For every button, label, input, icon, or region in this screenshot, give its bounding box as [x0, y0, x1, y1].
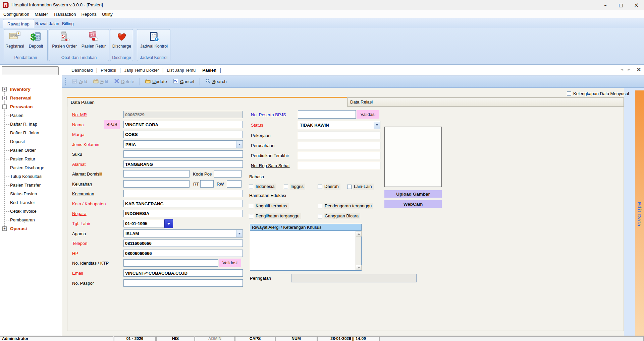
- sidebar-item-pasien[interactable]: Pasien: [10, 113, 23, 118]
- suku-input[interactable]: [123, 150, 243, 158]
- maximize-button[interactable]: □: [613, 0, 629, 10]
- bahasa-daerah-checkbox-item[interactable]: Daerah: [318, 184, 340, 190]
- scroll-down-icon[interactable]: [356, 265, 362, 270]
- no-paspor-input[interactable]: [123, 279, 243, 287]
- no-peserta-bpjs-input[interactable]: [298, 110, 356, 119]
- sidebar-item-pasien-retur[interactable]: Pasien Retur: [10, 156, 35, 161]
- tgl-lahir-input[interactable]: [123, 220, 164, 227]
- menu-configuration[interactable]: Configuration: [1, 12, 32, 17]
- sidebar-item-daftar-r-jalan[interactable]: Daftar R. Jalan: [10, 130, 39, 135]
- perawatan-expander[interactable]: -: [2, 105, 7, 109]
- tab-data-pasien[interactable]: Data Pasien: [67, 97, 347, 107]
- kognitif-terbatas-checkbox-item[interactable]: Kognitif terbatas: [249, 203, 289, 209]
- bpjs-validasi-button[interactable]: Validasi: [357, 110, 379, 119]
- bahasa-indonesia-checkbox[interactable]: [249, 185, 253, 189]
- tab-prediksi[interactable]: Prediksi: [97, 68, 119, 73]
- no-reg-satu-sehat-input[interactable]: [298, 162, 380, 169]
- bahasa-lain-lain-checkbox-item[interactable]: Lain-Lain: [347, 184, 374, 190]
- ribbon-tab-billing[interactable]: Billing: [58, 19, 78, 28]
- status-dropdown-icon[interactable]: [374, 122, 380, 129]
- kode-pos-input[interactable]: [214, 170, 241, 178]
- sidebar-item-inventory[interactable]: Inventory: [10, 87, 31, 92]
- pendengaran-terganggu-checkbox-item[interactable]: Pendengaran terganggu: [318, 203, 373, 209]
- sidebar-item-bed-transfer[interactable]: Bed Transfer: [10, 200, 35, 205]
- update-button[interactable]: Update: [142, 78, 170, 85]
- inventory-expander[interactable]: +: [2, 87, 7, 91]
- sidebar-item-deposit[interactable]: Deposit: [10, 139, 25, 144]
- negara-input[interactable]: [123, 210, 243, 217]
- tab-janji-temu-dokter[interactable]: Janji Temu Dokter: [121, 68, 162, 73]
- hp-input[interactable]: [123, 250, 243, 257]
- agama-dropdown-icon[interactable]: [236, 230, 242, 237]
- sidebar-item-cetak-invoice[interactable]: Cetak Invoice: [10, 209, 37, 214]
- pasien-retur-button[interactable]: Pasien Retur: [79, 31, 108, 49]
- kelengkapan-checkbox[interactable]: [567, 91, 571, 96]
- tab-close-icon[interactable]: ×: [636, 66, 641, 73]
- nama-input[interactable]: [123, 121, 243, 128]
- email-input[interactable]: [123, 269, 243, 277]
- telepon-input[interactable]: [123, 240, 243, 247]
- pendengaran-terganggu-checkbox[interactable]: [318, 204, 322, 208]
- jenis-kelamin-dropdown-icon[interactable]: [236, 141, 242, 148]
- penglihatan-terganggu-checkbox-item[interactable]: Penglihatan terganggu: [249, 213, 301, 219]
- menu-utility[interactable]: Utility: [99, 12, 115, 17]
- sidebar-item-daftar-r-inap[interactable]: Daftar R. Inap: [10, 122, 37, 127]
- discharge-button[interactable]: Discharge: [111, 31, 132, 49]
- search-button[interactable]: Search: [202, 78, 230, 85]
- close-button[interactable]: ×: [629, 0, 644, 10]
- marga-input[interactable]: [123, 131, 243, 138]
- riwayat-scrollbar[interactable]: [356, 231, 361, 270]
- bahasa-lain-lain-checkbox[interactable]: [347, 185, 352, 189]
- tab-pasien[interactable]: Pasien: [199, 68, 220, 73]
- bahasa-daerah-checkbox[interactable]: [318, 185, 322, 189]
- riwayat-alergi-textarea[interactable]: [250, 231, 355, 270]
- gangguan-bicara-checkbox[interactable]: [318, 214, 322, 218]
- jenis-kelamin-select[interactable]: PRIA: [123, 140, 243, 148]
- kognitif-terbatas-checkbox[interactable]: [249, 204, 253, 208]
- kota-kabupaten-input[interactable]: [123, 200, 243, 207]
- sidebar-item-pasien-transfer[interactable]: Pasien Transfer: [10, 183, 41, 188]
- kelengkapan-checkbox-item[interactable]: Kelengkapan Data Menyusul: [567, 91, 629, 96]
- bahasa-inggris-checkbox-item[interactable]: Inggris: [284, 184, 305, 190]
- toolbar-grip[interactable]: [65, 78, 66, 85]
- rt-input[interactable]: [200, 180, 214, 188]
- menu-master[interactable]: Master: [32, 12, 51, 17]
- ktp-validasi-button[interactable]: Validasi: [219, 259, 241, 267]
- agama-select[interactable]: ISLAM: [123, 229, 243, 237]
- sidebar-item-operasi[interactable]: Operasi: [10, 226, 27, 231]
- sidebar-item-pembayaran[interactable]: Pembayaran: [10, 217, 35, 222]
- kecamatan-input[interactable]: [123, 190, 243, 197]
- pekerjaan-input[interactable]: [298, 132, 380, 139]
- tab-list-janji-temu[interactable]: List Janji Temu: [164, 68, 199, 73]
- menu-reports[interactable]: Reports: [79, 12, 100, 17]
- ribbon-tab-rawat-inap[interactable]: Rawat Inap: [3, 19, 34, 28]
- bahasa-inggris-checkbox[interactable]: [284, 185, 288, 189]
- bahasa-indonesia-checkbox-item[interactable]: Indonesia: [249, 184, 276, 190]
- gangguan-bicara-checkbox-item[interactable]: Gangguan Bicara: [318, 213, 360, 219]
- alamat-domisili-input[interactable]: [123, 170, 190, 178]
- kelurahan-input[interactable]: [123, 180, 190, 188]
- pasien-order-button[interactable]: Pasien Order: [51, 31, 78, 49]
- alamat-input[interactable]: [123, 160, 243, 168]
- bpjs-button[interactable]: BPJS: [104, 120, 120, 129]
- tab-data-relasi[interactable]: Data Relasi: [347, 97, 624, 107]
- operasi-expander[interactable]: +: [2, 226, 7, 231]
- tab-scroll-right-icon[interactable]: ►: [628, 67, 631, 72]
- sidebar-item-perawatan[interactable]: Perawatan: [10, 104, 33, 109]
- sidebar-item-pasien-discharge[interactable]: Pasien Discharge: [10, 165, 44, 170]
- reservasi-expander[interactable]: +: [2, 96, 7, 100]
- sidebar-item-status-pasien[interactable]: Status Pasien: [10, 191, 37, 196]
- menu-transaction[interactable]: Transaction: [51, 12, 78, 17]
- upload-gambar-button[interactable]: Upload Gambar: [384, 190, 442, 198]
- registrasi-button[interactable]: Registrasi: [5, 31, 25, 49]
- tab-scroll-left-icon[interactable]: ◄: [621, 67, 623, 72]
- deposit-button[interactable]: $ Deposit: [25, 31, 46, 49]
- tab-dashboard[interactable]: Dashboard: [68, 68, 96, 73]
- rw-input[interactable]: [227, 180, 241, 188]
- no-identitas-input[interactable]: [123, 259, 218, 267]
- jadwal-kontrol-button[interactable]: Jadwal Kontrol: [139, 31, 169, 49]
- penglihatan-terganggu-checkbox[interactable]: [249, 214, 253, 218]
- pendidikan-terakhir-input[interactable]: [298, 152, 380, 159]
- sidebar-item-pasien-order[interactable]: Pasien Order: [10, 148, 36, 153]
- minimize-button[interactable]: –: [598, 0, 613, 10]
